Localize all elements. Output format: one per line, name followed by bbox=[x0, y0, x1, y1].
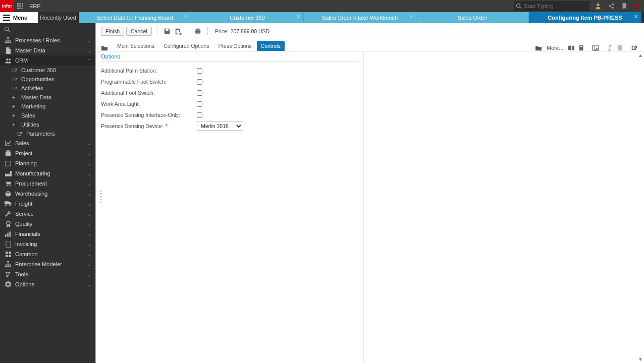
form-row-0: Additional Palm Station: bbox=[101, 65, 358, 76]
field-checkbox[interactable] bbox=[197, 112, 202, 118]
tab-sales-order-intake[interactable]: Sales Order Intake Workbench × bbox=[304, 12, 416, 23]
external-link-icon[interactable] bbox=[629, 45, 639, 51]
nav-financials[interactable]: Financials⌄ bbox=[0, 229, 95, 239]
box-icon bbox=[4, 191, 12, 197]
scroll-down-icon[interactable]: ▼ bbox=[638, 356, 643, 362]
nav-sub-parameters[interactable]: Parameters bbox=[0, 129, 95, 138]
workspace-tabs: Menu Recently Used Select Data for Plann… bbox=[0, 12, 644, 23]
close-icon[interactable]: × bbox=[634, 14, 638, 20]
nav-common[interactable]: Common⌄ bbox=[0, 249, 95, 259]
nav-tools[interactable]: Tools⌄ bbox=[0, 269, 95, 279]
tab-configuring-item[interactable]: Configuring Item PB-PRESS × bbox=[529, 12, 641, 23]
svg-rect-10 bbox=[3, 17, 10, 18]
user-icon[interactable] bbox=[592, 0, 605, 12]
tab-planning-board[interactable]: Select Data for Planning Board × bbox=[79, 12, 191, 23]
sidebar-drag-handle[interactable] bbox=[99, 190, 103, 204]
users-icon bbox=[4, 58, 12, 64]
svg-rect-20 bbox=[6, 161, 11, 166]
more-link[interactable]: More... bbox=[547, 45, 563, 51]
nav-sub-sales[interactable]: +Sales bbox=[0, 111, 95, 120]
nav-planning[interactable]: Planning⌄ bbox=[0, 158, 95, 168]
tab-sales-order[interactable]: Sales Order bbox=[416, 12, 529, 23]
close-icon[interactable]: × bbox=[297, 14, 300, 20]
sidebar-search-icon[interactable] bbox=[0, 23, 95, 35]
brand-logo[interactable]: infor bbox=[0, 0, 14, 12]
svg-rect-4 bbox=[20, 6, 21, 7]
field-checkbox[interactable] bbox=[197, 101, 202, 107]
tools-icon bbox=[4, 271, 12, 277]
chevron-down-icon: ⌄ bbox=[87, 151, 91, 156]
scroll-up-icon[interactable]: ▲ bbox=[638, 52, 643, 58]
field-label: Programmable Foot Switch: bbox=[101, 79, 197, 85]
chevron-down-icon: ⌄ bbox=[87, 181, 91, 187]
nav-service[interactable]: Service⌄ bbox=[0, 209, 95, 219]
field-select[interactable]: Merlin 2018 bbox=[197, 122, 243, 131]
ext-icon bbox=[12, 86, 19, 91]
svg-rect-8 bbox=[22, 8, 23, 9]
subtab-press-options[interactable]: Press Options bbox=[214, 41, 256, 51]
nav-sub-customer-[interactable]: Customer 360 bbox=[0, 66, 95, 75]
print-icon[interactable] bbox=[193, 27, 202, 36]
nav-options[interactable]: Options⌄ bbox=[0, 279, 95, 289]
nav-enterprise-modeler[interactable]: Enterprise Modeler⌄ bbox=[0, 259, 95, 269]
plus-icon: + bbox=[12, 94, 19, 100]
chevron-down-icon: ⌄ bbox=[87, 262, 91, 267]
nav-invoicing[interactable]: Invoicing⌄ bbox=[0, 239, 95, 249]
collapse-panel-icon[interactable] bbox=[631, 0, 644, 12]
global-search-input[interactable] bbox=[524, 3, 579, 9]
global-topbar: infor ERP bbox=[0, 0, 644, 12]
svg-rect-31 bbox=[6, 255, 8, 257]
svg-rect-32 bbox=[9, 255, 11, 257]
nav-crm[interactable]: CRM⌃ bbox=[0, 55, 95, 66]
book-icon[interactable] bbox=[576, 45, 586, 51]
chevron-down-icon: ⌄ bbox=[87, 171, 91, 176]
share-icon[interactable] bbox=[605, 0, 618, 12]
folder-prev-icon[interactable] bbox=[101, 45, 108, 51]
tab-customer-360[interactable]: Customer 360 × bbox=[191, 12, 304, 23]
nav-sub-marketing[interactable]: +Marketing bbox=[0, 102, 95, 111]
subtab-configured-options[interactable]: Configured Options bbox=[159, 41, 213, 51]
proj-icon bbox=[4, 150, 12, 156]
nav-manufacturing[interactable]: Manufacturing⌄ bbox=[0, 168, 95, 178]
save-new-icon[interactable] bbox=[174, 27, 183, 36]
book-open-icon[interactable] bbox=[566, 45, 576, 51]
field-checkbox[interactable] bbox=[197, 90, 202, 96]
field-checkbox[interactable] bbox=[197, 68, 202, 74]
form-row-4: Presence Sensing Interface-Only: bbox=[101, 109, 358, 120]
svg-rect-37 bbox=[593, 45, 599, 50]
bookmark-icon[interactable] bbox=[618, 0, 631, 12]
subtab-controls[interactable]: Controls bbox=[257, 41, 285, 51]
finish-button[interactable]: Finish bbox=[101, 27, 124, 36]
factory-icon bbox=[4, 171, 12, 176]
global-search[interactable] bbox=[514, 1, 589, 11]
nav-project[interactable]: Project⌄ bbox=[0, 148, 95, 158]
grid-icon bbox=[4, 252, 12, 257]
nav-sidebar: Processes / Roles⌄Master Data⌄CRM⌃Custom… bbox=[0, 23, 95, 363]
nav-sub-activities[interactable]: Activities bbox=[0, 84, 95, 93]
svg-rect-0 bbox=[17, 3, 19, 5]
folder-next-icon[interactable] bbox=[533, 45, 544, 51]
price-value: 207,899.00 USD bbox=[231, 28, 270, 34]
cancel-button[interactable]: Cancel bbox=[126, 27, 152, 36]
nav-sub-opportunities[interactable]: Opportunities bbox=[0, 75, 95, 84]
nav-warehousing[interactable]: Warehousing⌄ bbox=[0, 189, 95, 199]
ext-icon bbox=[17, 132, 24, 136]
nav-freight[interactable]: Freight⌄ bbox=[0, 199, 95, 209]
nav-processes-roles[interactable]: Processes / Roles⌄ bbox=[0, 35, 95, 45]
menu-button[interactable]: Menu bbox=[0, 12, 38, 23]
nav-sales[interactable]: Sales⌄ bbox=[0, 138, 95, 148]
recently-used-button[interactable]: Recently Used bbox=[38, 12, 79, 23]
chevron-down-icon: ⌄ bbox=[87, 201, 91, 207]
app-launcher-icon[interactable] bbox=[14, 0, 26, 12]
field-checkbox[interactable] bbox=[197, 79, 202, 85]
subtab-main-selections[interactable]: Main Selections bbox=[113, 41, 158, 51]
nav-sub-utilities[interactable]: +Utilities bbox=[0, 120, 95, 129]
nav-master-data[interactable]: Master Data⌄ bbox=[0, 45, 95, 55]
nav-procurement[interactable]: Procurement⌄ bbox=[0, 178, 95, 189]
save-icon[interactable] bbox=[163, 27, 172, 36]
close-icon[interactable]: × bbox=[184, 14, 188, 20]
nav-quality[interactable]: Quality⌄ bbox=[0, 219, 95, 229]
close-icon[interactable]: × bbox=[409, 14, 413, 20]
nav-sub-master-data[interactable]: +Master Data bbox=[0, 93, 95, 102]
image-icon[interactable] bbox=[591, 45, 601, 51]
